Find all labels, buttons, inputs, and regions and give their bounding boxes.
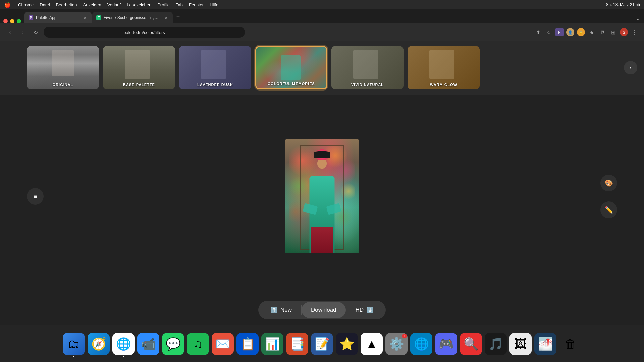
menu-profile[interactable]: Profile (157, 2, 170, 7)
extension-icon-1[interactable]: P (555, 28, 564, 36)
dock-dot-finder (73, 356, 74, 357)
tab-favicon-fiverr: F (96, 15, 101, 20)
google-drive-icon: ▲ (366, 337, 378, 351)
profile-menu[interactable]: ⊞ (609, 28, 617, 36)
menu-verlauf[interactable]: Verlauf (107, 2, 121, 7)
menu-anzeigen[interactable]: Anzeigen (83, 2, 101, 7)
main-image (285, 139, 359, 253)
menu-chrome[interactable]: Chrome (18, 2, 34, 7)
dock-trello[interactable]: 📋 (236, 333, 259, 355)
filter-original[interactable]: ORIGINAL (27, 46, 99, 89)
dock-trash[interactable]: 🗑 (559, 333, 581, 355)
filter-lavender-dusk-label: LAVENDER DUSK (179, 83, 251, 87)
dock-word[interactable]: 📝 (311, 333, 333, 355)
dock-google-drive[interactable]: ▲ (361, 333, 383, 355)
close-window-button[interactable] (3, 19, 8, 23)
menu-bearbeiten[interactable]: Bearbeiten (56, 2, 77, 7)
tab-bar-right: ⌄ (636, 15, 641, 23)
iphoto-icon: 🌁 (538, 337, 553, 351)
extension-icon-4[interactable]: ★ (588, 28, 596, 36)
back-button[interactable]: ‹ (5, 27, 15, 37)
dock-spotify[interactable]: ♫ (187, 333, 209, 355)
dock-powerpoint[interactable]: 📑 (286, 333, 308, 355)
filter-base-palette-label: BASE PALETTE (103, 83, 175, 87)
chrome-icon: 🌐 (116, 337, 131, 351)
dock-iphoto[interactable]: 🌁 (534, 333, 556, 355)
tab-fiverr[interactable]: F Fiverr / Suchergebnisse für „b… ✕ (92, 12, 173, 23)
dock-notchmeister[interactable]: ⭐ (336, 333, 358, 355)
dock-browser[interactable]: 🌐 (410, 333, 432, 355)
menu-datetime: Sa. 18. März 21:55 (606, 2, 640, 7)
filter-colorful-memories[interactable]: COLORFUL MEMORIES (255, 46, 327, 89)
user-profile-button[interactable]: S (620, 28, 628, 36)
menu-fenster[interactable]: Fenster (189, 2, 204, 7)
fullscreen-window-button[interactable] (17, 19, 21, 23)
dock-quickradar[interactable]: 🔍 (460, 333, 482, 355)
extension-icon-3[interactable]: 🔒 (577, 28, 585, 36)
filter-vivid-natural-label: VIVID NATURAL (331, 83, 404, 87)
mail-icon: ✉️ (215, 337, 230, 351)
palette-button[interactable]: 🎨 (600, 175, 617, 191)
browser-tab-bar: P Palette App ✕ F Fiverr / Suchergebniss… (0, 9, 644, 23)
new-tab-button[interactable]: + (173, 12, 183, 21)
filter-original-label: ORIGINAL (27, 83, 99, 87)
dock-excel[interactable]: 📊 (261, 333, 283, 355)
forward-button[interactable]: › (18, 27, 28, 37)
palette-icon: 🎨 (605, 179, 613, 187)
safari-icon: 🧭 (91, 337, 106, 351)
dock-zoom[interactable]: 📹 (137, 333, 159, 355)
menu-lesezeichen[interactable]: Lesezeichen (127, 2, 151, 7)
filter-warm-glow[interactable]: WARM GLOW (408, 46, 480, 89)
more-options-button[interactable]: ⋮ (631, 28, 639, 36)
menu-toggle-button[interactable]: ≡ (27, 188, 44, 205)
hd-button[interactable]: HD ⬇️ (346, 302, 383, 318)
menu-tab[interactable]: Tab (176, 2, 183, 7)
new-button[interactable]: ⬆️ New (261, 302, 301, 318)
dock-system-preferences[interactable]: ⚙️ 1 (385, 333, 408, 355)
reload-button[interactable]: ↻ (31, 27, 40, 37)
dock-sound[interactable]: 🎵 (485, 333, 507, 355)
extensions-button[interactable]: ⧉ (598, 28, 606, 36)
hamburger-icon: ≡ (34, 193, 37, 199)
whatsapp-icon: 💬 (166, 337, 181, 351)
powerpoint-icon: 📑 (290, 337, 305, 351)
bookmark-icon[interactable]: ☆ (545, 28, 553, 36)
zoom-icon: 📹 (141, 337, 156, 351)
dock-preview[interactable]: 🖼 (509, 333, 532, 355)
apple-menu[interactable]: 🍎 (4, 2, 11, 8)
filter-warm-glow-label: WARM GLOW (408, 83, 480, 87)
tab-close-palette[interactable]: ✕ (82, 15, 88, 20)
address-bar: ‹ › ↻ ⬆ ☆ P 👤 🔒 ★ ⧉ ⊞ S ⋮ (0, 23, 644, 41)
filter-base-palette[interactable]: BASE PALETTE (103, 46, 175, 89)
tab-palette[interactable]: P Palette App ✕ (24, 12, 92, 23)
filter-next-button[interactable]: › (624, 61, 637, 74)
dock-discord[interactable]: 🎮 (435, 333, 457, 355)
dock-whatsapp[interactable]: 💬 (162, 333, 184, 355)
excel-icon: 📊 (265, 337, 280, 351)
extension-icon-2[interactable]: 👤 (566, 28, 574, 36)
dock-chrome[interactable]: 🌐 (112, 333, 135, 355)
share-icon[interactable]: ⬆ (534, 28, 542, 36)
dock-finder[interactable]: 🗂 (63, 333, 85, 355)
edit-button[interactable]: ✏️ (600, 201, 617, 218)
canvas-area: ≡ (0, 95, 644, 298)
trello-icon: 📋 (240, 337, 255, 351)
menu-datei[interactable]: Datei (40, 2, 50, 7)
menu-bar: 🍎 Chrome Datei Bearbeiten Anzeigen Verla… (0, 0, 644, 9)
download-hd-icon: ⬇️ (366, 306, 374, 314)
filter-vivid-natural[interactable]: VIVID NATURAL (331, 46, 404, 89)
download-label: Download (311, 307, 336, 313)
dock-safari[interactable]: 🧭 (88, 333, 110, 355)
tab-title-palette: Palette App (36, 15, 79, 20)
browser-icon: 🌐 (414, 337, 429, 351)
tab-close-fiverr[interactable]: ✕ (163, 15, 169, 20)
filter-lavender-dusk[interactable]: LAVENDER DUSK (179, 46, 251, 89)
url-input[interactable] (44, 27, 245, 38)
menu-hilfe[interactable]: Hilfe (210, 2, 218, 7)
upload-icon: ⬆️ (270, 306, 278, 314)
tab-title-fiverr: Fiverr / Suchergebnisse für „b… (104, 15, 161, 20)
download-button[interactable]: Download (302, 302, 346, 318)
quickradar-icon: 🔍 (464, 337, 479, 351)
dock-mail[interactable]: ✉️ (212, 333, 234, 355)
minimize-window-button[interactable] (10, 19, 14, 23)
